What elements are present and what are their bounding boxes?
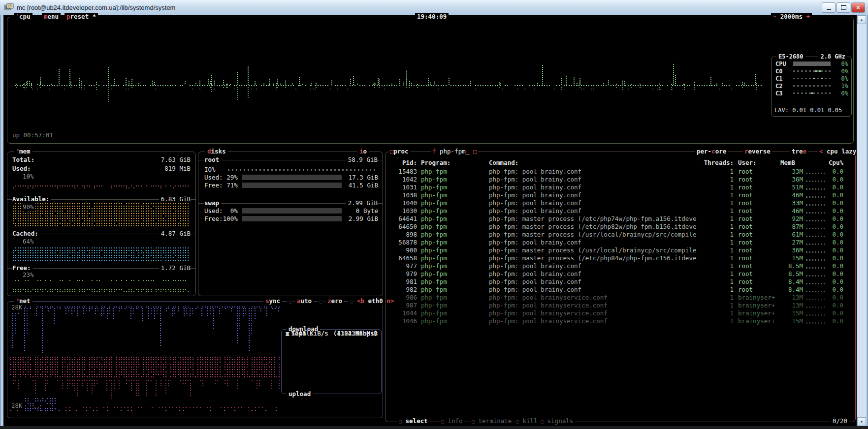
cpu-stats-panel: E5-2680 2.8 GHz CPU 0% C0 0% C1 0% xyxy=(771,57,852,117)
proc-box-label[interactable]: □proc xyxy=(388,148,410,155)
filter-clear-icon[interactable]: □ xyxy=(473,148,477,155)
table-row[interactable]: 56878 php-fpm php-fpm: pool brainy.conf … xyxy=(386,239,851,246)
cpu-graph-canvas xyxy=(12,62,763,106)
cpu-total-row: CPU 0% xyxy=(775,60,848,67)
mem-cached-pct: 64% xyxy=(21,238,35,245)
close-button-icon[interactable]: ✕ xyxy=(851,2,865,13)
table-row[interactable]: 900 php-fpm php-fpm: master process (/us… xyxy=(386,246,851,254)
mem-box: ²mem Total:7.63 GiB Used:819 MiB 10% Ava… xyxy=(7,152,196,296)
net-auto-toggle[interactable]: auto xyxy=(295,297,314,305)
tree-toggle[interactable]: tree xyxy=(790,148,808,155)
table-row[interactable]: 1042 php-fpm php-fpm: pool brainy.conf 1… xyxy=(386,176,851,184)
scroll-down-icon[interactable]: ▼ xyxy=(857,417,866,426)
maximize-button-icon[interactable] xyxy=(836,2,850,13)
disk-root-free-row: Free: 71% 41.5 GiB xyxy=(204,182,378,189)
mem-cached-row: Cached:4.87 GiB xyxy=(7,230,195,238)
table-row[interactable]: 987 php-fpm php-fpm: pool brainyservice.… xyxy=(386,302,851,309)
uptime-label: up 00:57:01 xyxy=(12,131,53,139)
reverse-toggle[interactable]: reverse xyxy=(743,148,772,155)
toggle-connector-icon: □ xyxy=(318,297,324,306)
table-row[interactable]: 898 php-fpm php-fpm: master process (/us… xyxy=(386,231,851,239)
disk-root-row: root58.9 GiB xyxy=(198,156,383,164)
proc-table: 15483 php-fpm php-fpm: pool brainy.conf … xyxy=(386,168,851,325)
mem-box-label[interactable]: ²mem xyxy=(14,148,32,155)
table-row[interactable]: 64658 php-fpm php-fpm: master process (/… xyxy=(386,254,851,262)
table-row[interactable]: 1030 php-fpm php-fpm: pool brainy.conf 1… xyxy=(386,207,851,215)
mem-free-row: Free:1.72 GiB xyxy=(7,264,195,272)
minimize-button-icon[interactable] xyxy=(822,2,836,13)
per-core-toggle[interactable]: per-core xyxy=(695,148,728,155)
cpu-core-row: C2 1% xyxy=(775,82,848,89)
update-interval-control: - 2000ms + xyxy=(771,13,812,21)
upload-stat-row: ▲Total: 42.6 MiB xyxy=(286,330,378,337)
mem-used-pct: 10% xyxy=(21,173,35,181)
load-average-row: LAV: 0.01 0.01 0.05 xyxy=(774,106,842,114)
menu-button[interactable]: menu xyxy=(42,13,61,21)
mem-free-pct: 23% xyxy=(21,271,35,279)
mem-cached-graph xyxy=(13,246,190,263)
info-button[interactable]: □ info xyxy=(440,417,464,426)
interval-plus-button[interactable]: + xyxy=(806,13,810,20)
proc-footer: □ select □ info □ terminate □ kill □ sig… xyxy=(386,417,855,426)
disks-io-toggle[interactable]: io xyxy=(357,148,369,155)
cpu-usage-bar xyxy=(793,61,831,66)
disk-swap-used-row: Used: 0% 0 Byte xyxy=(204,207,378,215)
table-row[interactable]: 1038 php-fpm php-fpm: pool brainy.conf 1… xyxy=(386,191,851,199)
table-row[interactable]: 64641 php-fpm php-fpm: master process (/… xyxy=(386,215,851,223)
putty-window: mc [root@ub24.itdeveloper.com.ua]:/lib/s… xyxy=(0,0,868,429)
signals-button[interactable]: □ signals xyxy=(539,417,575,426)
proc-box: □proc f php-fpm_ □ per-core reverse tree… xyxy=(385,152,856,422)
disk-swap-free-row: Free:100% 2.99 GiB xyxy=(204,215,378,223)
kill-button[interactable]: □ kill xyxy=(514,417,539,426)
cpu-box-label[interactable]: ¹cpu xyxy=(14,13,32,21)
mem-used-graph xyxy=(13,182,190,189)
disks-box-label[interactable]: disks xyxy=(205,148,228,155)
disks-box: disks io root58.9 GiB IO% Used: 29% 17.3… xyxy=(198,152,383,296)
putty-app-icon[interactable] xyxy=(4,3,14,12)
disk-io-graph xyxy=(228,169,377,171)
select-control[interactable]: □ select xyxy=(397,417,429,426)
table-row[interactable]: 1031 php-fpm php-fpm: pool brainy.conf 1… xyxy=(386,184,851,191)
preset-button[interactable]: preset * xyxy=(64,13,98,21)
upload-label: upload xyxy=(287,390,313,398)
proc-collapse-icon[interactable]: □ xyxy=(390,148,394,155)
interval-minus-button[interactable]: - xyxy=(773,13,777,20)
upload-arrow-icon: ▲ xyxy=(286,330,289,337)
disk-swap-row: swap2.99 GiB xyxy=(198,199,383,207)
window-title: mc [root@ub24.itdeveloper.com.ua]:/lib/s… xyxy=(17,4,822,11)
table-row[interactable]: 977 php-fpm php-fpm: pool brainy.conf 1 … xyxy=(386,262,851,270)
net-sync-toggle[interactable]: sync xyxy=(263,297,282,305)
table-row[interactable]: 986 php-fpm php-fpm: pool brainyservice.… xyxy=(386,294,851,302)
terminate-button[interactable]: □ terminate xyxy=(470,417,513,426)
cpu-core-row: C0 0% xyxy=(775,67,848,74)
terminal-screen: ¹cpu menu preset * 19:40:09 - 2000ms + E… xyxy=(3,15,857,426)
scroll-up-icon[interactable]: ▲ xyxy=(857,15,866,24)
selection-counter: 0/20 xyxy=(831,417,849,425)
swap-used-bar xyxy=(242,208,342,214)
table-row[interactable]: 1040 php-fpm php-fpm: pool brainy.conf 1… xyxy=(386,199,851,207)
table-row[interactable]: 64650 php-fpm php-fpm: master process (/… xyxy=(386,223,851,231)
table-row[interactable]: 981 php-fpm php-fpm: pool brainy.conf 1 … xyxy=(386,278,851,286)
mem-available-graph xyxy=(13,202,190,227)
disk-root-io-row: IO% xyxy=(204,166,378,174)
disk-root-used-row: Used: 29% 17.3 GiB xyxy=(204,174,378,182)
toggle-connector-icon: □ xyxy=(348,297,354,306)
table-row[interactable]: 982 php-fpm php-fpm: pool brainy.conf 1 … xyxy=(386,286,851,294)
table-row[interactable]: 1044 php-fpm php-fpm: pool brainyservice… xyxy=(386,309,851,317)
window-bottom-border xyxy=(0,426,868,429)
disk-used-bar xyxy=(242,175,342,180)
mem-free-graph xyxy=(13,279,190,293)
cpu-core-row: C1 0% xyxy=(775,75,848,82)
proc-filter-input[interactable]: f php-fpm_ □ xyxy=(431,148,478,155)
table-row[interactable]: 979 php-fpm php-fpm: pool brainy.conf 1 … xyxy=(386,270,851,278)
sort-prev-button[interactable]: < xyxy=(819,148,823,155)
table-row[interactable]: 1046 php-fpm php-fpm: pool brainyservice… xyxy=(386,317,851,325)
net-box: ³net sync □ auto □ zero □ <b eth0 n> 28K… xyxy=(7,301,383,418)
table-row[interactable]: 15483 php-fpm php-fpm: pool brainy.conf … xyxy=(386,168,851,176)
cpu-core-row: C3 0% xyxy=(775,90,848,96)
net-zero-toggle[interactable]: zero xyxy=(325,297,344,305)
terminal-scrollbar[interactable] xyxy=(857,15,866,426)
net-scale-bottom: 28K xyxy=(10,402,24,410)
iface-prev-button[interactable]: <b xyxy=(357,297,364,305)
mem-available-pct: 90% xyxy=(21,203,35,211)
